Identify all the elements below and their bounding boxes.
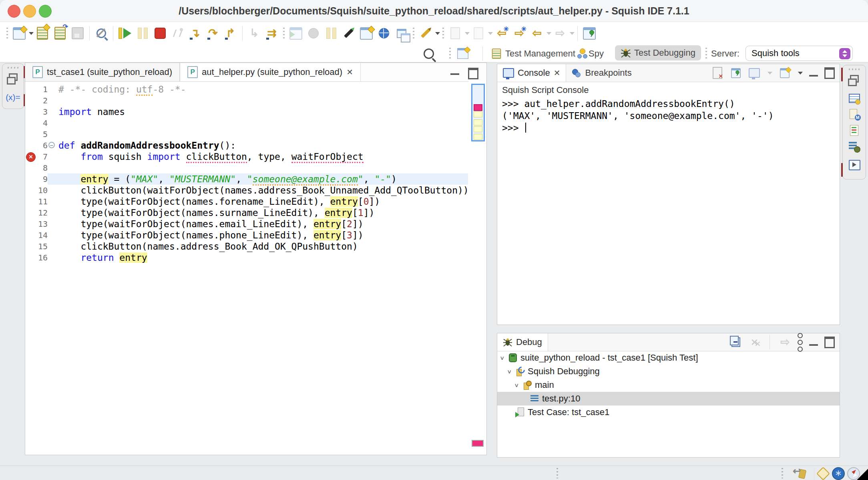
- object-not-picked-icon[interactable]: [92, 24, 110, 42]
- display-console-caret[interactable]: [768, 72, 772, 75]
- maximize-view-icon[interactable]: [824, 67, 835, 79]
- list-gear-icon[interactable]: [848, 141, 860, 153]
- run-icon[interactable]: [116, 24, 134, 42]
- debug-tree-row[interactable]: test.py:10: [497, 392, 840, 405]
- toolbar-grip[interactable]: [283, 28, 285, 39]
- step-over-icon[interactable]: ↷: [204, 24, 222, 42]
- record-window-icon[interactable]: [287, 24, 305, 42]
- doc-list-icon[interactable]: [848, 125, 860, 137]
- view-menu-icon[interactable]: [798, 333, 803, 352]
- server-select[interactable]: Squish tools: [745, 46, 853, 61]
- code-line[interactable]: ✕7 from squish import clickButton, type,…: [25, 151, 468, 162]
- web-icon[interactable]: ∗: [832, 467, 845, 480]
- close-tab-icon[interactable]: ✕: [554, 68, 561, 78]
- toolbar-grip[interactable]: [442, 28, 444, 39]
- open-console-caret[interactable]: [798, 72, 803, 75]
- pin-console-icon[interactable]: [730, 67, 742, 79]
- snapshot-icon[interactable]: [358, 24, 375, 42]
- code-line[interactable]: 11 type(waitForObject(names.forename_Lin…: [25, 196, 468, 207]
- close-tab-icon[interactable]: ✕: [346, 67, 353, 77]
- web-inspector-icon[interactable]: [375, 24, 393, 42]
- restore-tag-icon[interactable]: ↩: [793, 467, 806, 479]
- doc-m-icon[interactable]: [848, 109, 860, 121]
- code-line[interactable]: 3import names: [25, 106, 468, 117]
- tab-debug[interactable]: Debug: [497, 333, 548, 351]
- pin-editor-icon[interactable]: [581, 24, 598, 42]
- step-into-icon[interactable]: ↴: [187, 24, 204, 42]
- debug-tree-row[interactable]: Test Case: tst_case1: [497, 405, 840, 419]
- overview-ruler[interactable]: [468, 81, 486, 452]
- open-perspective-icon[interactable]: [456, 44, 469, 63]
- code-line[interactable]: 4: [25, 117, 468, 129]
- maximize-view-icon[interactable]: [824, 337, 835, 348]
- code-line[interactable]: 9 entry = ("MAX", "MUSTERMANN", "someone…: [25, 173, 468, 185]
- debug-tree-row[interactable]: ∨suite_python_reload - tst_case1 [Squish…: [497, 351, 840, 365]
- code-line[interactable]: 8: [25, 162, 468, 173]
- display-console-icon[interactable]: [748, 67, 760, 79]
- tree-expand-chevron-icon[interactable]: ∨: [500, 355, 504, 361]
- toolbar-grip[interactable]: [413, 28, 414, 39]
- overview-occurrence-marker[interactable]: [474, 134, 482, 140]
- tab-breakpoints[interactable]: Breakpoints: [566, 64, 637, 82]
- overview-error-marker[interactable]: [474, 104, 482, 111]
- sparkle-icon[interactable]: [816, 467, 830, 480]
- clear-console-icon[interactable]: [711, 67, 723, 79]
- restore-view-icon[interactable]: [9, 73, 18, 81]
- perspective-test-debugging[interactable]: Test Debugging: [615, 45, 701, 61]
- code-line[interactable]: 12 type(waitForObject(names.surname_Line…: [25, 207, 468, 218]
- pause-icon[interactable]: [134, 24, 151, 42]
- save-icon[interactable]: [69, 24, 86, 42]
- minimize-view-icon[interactable]: [809, 339, 818, 346]
- perspective-spy[interactable]: Spy: [580, 44, 604, 63]
- maximize-view-icon[interactable]: [468, 68, 478, 79]
- table-ball-icon[interactable]: [848, 93, 860, 105]
- new-dropdown-caret[interactable]: [29, 32, 34, 35]
- status-grip[interactable]: [782, 468, 783, 478]
- stop-icon[interactable]: [151, 24, 169, 42]
- step-through-icon[interactable]: ⇉: [263, 24, 281, 42]
- search-icon[interactable]: [424, 44, 434, 63]
- status-grip[interactable]: [557, 468, 558, 478]
- step-return-icon[interactable]: ↱: [222, 24, 239, 42]
- back-caret[interactable]: [547, 32, 551, 35]
- debug-tree-row[interactable]: ∨main: [497, 378, 840, 392]
- overview-occurrence-marker[interactable]: [474, 111, 482, 117]
- jump-to-next-icon[interactable]: ⇨✳: [510, 24, 528, 42]
- drag-grip[interactable]: [8, 67, 19, 69]
- code-line[interactable]: 5: [25, 129, 468, 140]
- drop-to-frame-icon[interactable]: ↳: [245, 24, 263, 42]
- code-line[interactable]: 2: [25, 95, 468, 106]
- import-log-icon[interactable]: [446, 24, 464, 42]
- overview-occurrence-marker[interactable]: [474, 126, 482, 132]
- back-icon[interactable]: ⇦: [528, 24, 546, 42]
- tree-expand-chevron-icon[interactable]: ∨: [514, 382, 519, 389]
- code-line[interactable]: 13 type(waitForObject(names.email_LineEd…: [25, 218, 468, 230]
- code-line[interactable]: 16 return entry: [25, 252, 468, 263]
- minimize-view-icon[interactable]: [450, 68, 459, 75]
- forward-icon[interactable]: ⇨: [551, 24, 569, 42]
- overview-viewport[interactable]: [471, 84, 485, 141]
- code-line[interactable]: 14 type(waitForObject(names.phone_LineEd…: [25, 230, 468, 241]
- remove-all-terminated-icon[interactable]: [748, 336, 760, 348]
- record-icon[interactable]: [305, 24, 322, 42]
- play-view-icon[interactable]: [848, 159, 860, 171]
- highlight-object-icon[interactable]: [417, 24, 434, 42]
- restore-view-icon[interactable]: [850, 75, 859, 83]
- tree-expand-chevron-icon[interactable]: ∨: [507, 368, 512, 375]
- perspective-test-management[interactable]: Test Management: [491, 44, 575, 63]
- export-log-caret[interactable]: [488, 32, 493, 35]
- import-suite-icon[interactable]: ↷: [51, 24, 69, 42]
- code-editor[interactable]: 1# -*- coding: utf-8 -*-23import names45…: [25, 81, 468, 452]
- overview-occurrence-marker[interactable]: [474, 119, 482, 125]
- code-line[interactable]: 15 clickButton(names.address_Book_Add_OK…: [25, 241, 468, 252]
- pick-object-icon[interactable]: [340, 24, 358, 42]
- jump-to-previous-icon[interactable]: ⇦✳: [493, 24, 510, 42]
- forward-caret[interactable]: [570, 32, 575, 35]
- variables-view-icon[interactable]: (x)=: [2, 93, 24, 102]
- tab-tst-case1[interactable]: P tst_case1 (suite_python_reload): [25, 63, 180, 81]
- toolbar-grip[interactable]: [6, 28, 8, 39]
- console-output[interactable]: >>> aut_helper.addRandomAddressbookEntry…: [502, 98, 774, 134]
- overview-error-bottom-marker[interactable]: [472, 440, 484, 447]
- minimize-view-icon[interactable]: [809, 69, 818, 77]
- tab-aut-helper[interactable]: P aut_helper.py (suite_python_reload) ✕: [180, 63, 361, 81]
